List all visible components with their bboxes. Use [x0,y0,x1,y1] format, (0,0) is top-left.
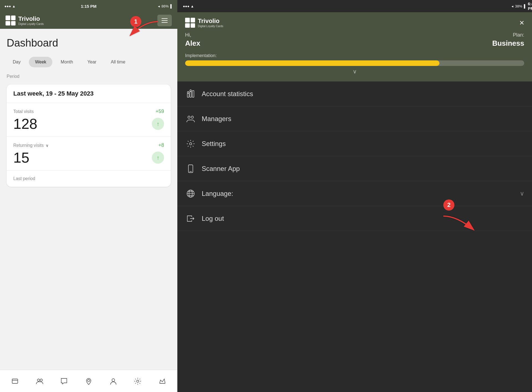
menu-item-language[interactable]: Language: ∨ [177,181,532,206]
signal-icons-right: ●●● ▲ [183,4,194,8]
svg-point-13 [188,116,190,118]
logout-icon [185,213,196,224]
menu-item-account-statistics[interactable]: Account statistics [177,81,532,106]
menu-item-managers[interactable]: Managers [177,106,532,131]
stat-value-total: 128 [13,117,37,131]
battery-percent-right: 38% [515,4,522,8]
svg-rect-9 [190,92,191,97]
menu-item-scanner-app[interactable]: Scanner App [177,156,532,181]
svg-point-6 [112,379,115,381]
svg-rect-8 [187,93,189,97]
stat-top-total: Total visits +59 [13,109,164,114]
impl-progress-fill [185,60,439,66]
person-group-icon [185,113,196,124]
svg-point-4 [40,379,42,381]
returning-label-text: Returning visits [13,143,44,148]
period-label: Period [7,74,171,79]
stat-value-returning: 15 [13,150,29,165]
status-bar-right: ●●● ▲ 6:46 PM ◂ 38% ▌ [177,0,532,12]
stat-label-total: Total visits [13,109,34,114]
returning-dropdown-icon[interactable]: ∨ [46,143,48,148]
globe-icon [185,188,196,199]
nav-icon-profile[interactable] [107,375,119,387]
impl-progress-bg [185,60,524,66]
svg-point-5 [88,380,90,382]
svg-point-15 [190,143,192,145]
brand-name-right: Trivolio [198,18,223,24]
annotation-badge-2: 2 [443,199,454,211]
logo-grid-left [6,16,16,25]
tab-day[interactable]: Day [7,57,27,67]
tab-year[interactable]: Year [81,57,103,67]
menu-label-scanner-app: Scanner App [202,165,524,173]
signal-icons: ●●● ▲ [4,4,16,8]
user-name: Alex [185,39,200,47]
stat-bottom-total: 128 ↑ [13,117,164,131]
user-info: Hi, Alex Plan: Business [185,32,524,48]
menu-label-language: Language: [202,190,520,198]
battery-percent-left: 86% [162,4,169,8]
signal-icon-right: ●●● [183,4,190,8]
stats-card-header: Last week, 19 - 25 May 2023 [7,84,171,103]
menu-label-settings: Settings [202,140,524,148]
menu-list: Account statistics Managers Settings [177,81,532,392]
battery-icon-right: ▌ [524,4,526,8]
stat-row-last-period: Last period [7,171,171,187]
close-button[interactable]: × [519,19,524,27]
language-chevron-icon: ∨ [520,190,524,197]
logo-text-right: Trivolio Digital Loyalty Cards [198,18,223,27]
brand-sub-left: Digital Loyalty Cards [18,22,44,25]
brand-name-left: Trivolio [18,16,44,22]
signal-icon: ●●● [4,4,11,8]
nav-icon-cards[interactable] [9,375,21,387]
phone-icon [185,163,196,174]
svg-point-7 [137,380,139,382]
stat-arrow-returning[interactable]: ↑ [152,152,164,164]
nav-icon-users[interactable] [34,375,46,387]
wifi-icon: ▲ [12,4,16,8]
location-icon: ◂ [158,4,160,8]
nav-icon-location[interactable] [83,375,95,387]
svg-rect-1 [12,379,18,383]
hamburger-line-2 [162,20,168,21]
tab-week[interactable]: Week [29,57,52,67]
status-right-right: ◂ 38% ▌ [511,4,526,8]
svg-point-14 [191,116,193,118]
stat-arrow-total[interactable]: ↑ [152,118,164,130]
right-panel: ●●● ▲ 6:46 PM ◂ 38% ▌ Trivolio Digital L… [177,0,532,392]
hamburger-line-1 [162,18,168,19]
annotation-arrow-1 [127,19,161,42]
bottom-nav-left [0,370,177,392]
nav-icon-crown[interactable] [156,375,168,387]
left-panel: ●●● ▲ 1:15 PM ◂ 86% ▌ Trivolio Digital L… [0,0,177,392]
status-bar-left: ●●● ▲ 1:15 PM ◂ 86% ▌ [0,0,177,12]
stat-top-returning: Returning visits ∨ +8 [13,142,164,148]
svg-point-3 [37,379,40,381]
time-left: 1:15 PM [81,4,97,9]
nav-icon-messages[interactable] [58,375,70,387]
menu-label-account-statistics: Account statistics [202,90,524,98]
hamburger-line-3 [162,22,168,23]
location-icon-right: ◂ [511,4,513,8]
period-tabs: Day Week Month Year All time [7,57,171,67]
tab-alltime[interactable]: All time [105,57,131,67]
impl-label: Implementation: [185,53,524,58]
stat-row-returning: Returning visits ∨ +8 15 ↑ [7,137,171,171]
chart-icon [185,88,196,99]
greeting-text: Hi, [185,32,355,38]
header-chevron-down[interactable]: ∨ [185,66,524,76]
status-right-left: ◂ 86% ▌ [158,4,173,8]
brand-sub-right: Digital Loyalty Cards [198,25,223,28]
tab-month[interactable]: Month [55,57,79,67]
wifi-icon-right: ▲ [191,4,194,8]
menu-item-logout[interactable]: Log out [177,206,532,231]
menu-item-settings[interactable]: Settings [177,131,532,156]
stat-delta-returning: +8 [158,142,164,148]
stats-card: Last week, 19 - 25 May 2023 Total visits… [7,84,171,187]
menu-label-managers: Managers [202,115,524,123]
date-range: Last week, 19 - 25 May 2023 [13,90,94,97]
time-right: 6:46 PM [528,1,532,11]
logo-left: Trivolio Digital Loyalty Cards [6,16,44,25]
nav-icon-settings[interactable] [132,375,144,387]
header-right: Trivolio Digital Loyalty Cards × Hi, Ale… [177,12,532,81]
